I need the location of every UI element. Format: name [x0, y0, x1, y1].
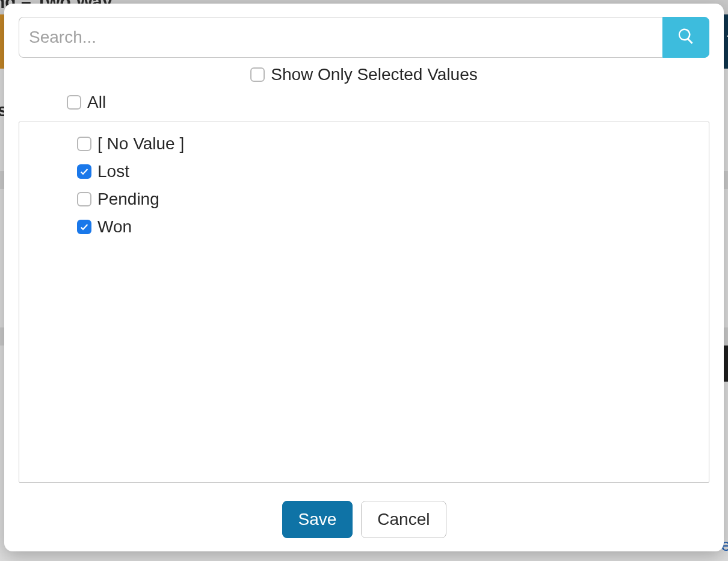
- search-input[interactable]: [19, 17, 662, 58]
- option-label: Lost: [97, 162, 129, 181]
- filter-modal: Show Only Selected Values All [ No Value…: [4, 4, 724, 551]
- option-checkbox-won[interactable]: [77, 220, 91, 234]
- list-item: [ No Value ]: [77, 134, 697, 153]
- option-checkbox-no-value[interactable]: [77, 137, 91, 151]
- modal-overlay: Show Only Selected Values All [ No Value…: [0, 0, 728, 561]
- list-item: Pending: [77, 190, 697, 209]
- show-only-selected-checkbox[interactable]: [250, 67, 265, 82]
- search-row: [19, 17, 709, 58]
- option-checkbox-pending[interactable]: [77, 192, 91, 206]
- all-label: All: [87, 93, 106, 112]
- option-label: Won: [97, 217, 132, 237]
- all-row: All: [67, 93, 709, 112]
- save-button[interactable]: Save: [282, 501, 353, 538]
- all-checkbox[interactable]: [67, 95, 81, 110]
- list-item: Won: [77, 217, 697, 237]
- list-item: Lost: [77, 162, 697, 181]
- option-label: [ No Value ]: [97, 134, 184, 153]
- cancel-button[interactable]: Cancel: [361, 501, 446, 538]
- show-only-selected-label: Show Only Selected Values: [271, 65, 477, 84]
- option-checkbox-lost[interactable]: [77, 164, 91, 179]
- modal-footer: Save Cancel: [19, 501, 709, 538]
- show-only-selected-row: Show Only Selected Values: [19, 65, 709, 84]
- options-list: [ No Value ] Lost Pending Won: [19, 122, 709, 483]
- search-icon: [677, 27, 695, 48]
- search-button[interactable]: [662, 17, 709, 58]
- option-label: Pending: [97, 190, 159, 209]
